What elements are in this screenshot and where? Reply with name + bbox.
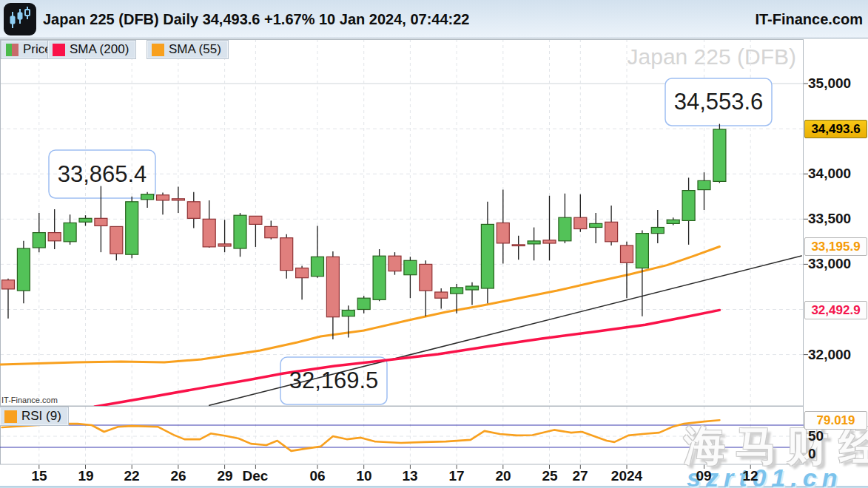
chart-window: Japan 225 (DFB) Daily 34,493.6 +1.67% 10… xyxy=(0,0,868,488)
time-axis-label: 29 xyxy=(217,468,232,484)
candle xyxy=(497,190,509,264)
time-axis-label: 10 xyxy=(356,468,371,484)
candle xyxy=(388,252,401,275)
price-label-gold: 34,493.6 xyxy=(804,120,867,138)
candle xyxy=(326,251,339,339)
candle xyxy=(698,172,710,210)
legend-sma55-label: SMA (55) xyxy=(169,42,221,57)
candle xyxy=(435,288,448,308)
sma200-swatch-icon xyxy=(53,44,65,56)
candle xyxy=(265,220,277,239)
candle xyxy=(713,124,726,183)
candle xyxy=(466,282,479,305)
rsi-value-label: 79.019 xyxy=(804,411,867,430)
candle xyxy=(528,228,540,261)
time-axis-label: Dec xyxy=(243,468,269,484)
candle xyxy=(420,260,432,316)
time-axis-label: 2024 xyxy=(611,468,642,484)
candle xyxy=(312,226,324,277)
time-axis-label: 06 xyxy=(309,468,325,484)
rsi-axis-label: 0 xyxy=(808,446,816,462)
sma55-swatch-icon xyxy=(152,44,164,56)
price-label-orange: 33,195.9 xyxy=(804,237,867,256)
candle xyxy=(651,210,664,243)
sma200-line xyxy=(95,310,719,407)
time-axis-label: 20 xyxy=(495,468,511,484)
time-axis-label: 27 xyxy=(572,468,588,484)
price-callout-text[interactable]: 32,169.5 xyxy=(280,357,387,404)
time-axis-label: 25 xyxy=(542,468,557,484)
price-axis-label: 33,500 xyxy=(808,211,851,227)
time-axis-label: 09 xyxy=(696,468,711,484)
candle xyxy=(234,213,246,257)
candle xyxy=(512,236,525,260)
candle xyxy=(667,217,679,225)
time-axis-label: 13 xyxy=(402,468,417,484)
candle xyxy=(48,209,61,249)
price-callout-text[interactable]: 33,865.4 xyxy=(49,150,155,198)
rsi-axis-label: 50 xyxy=(808,428,824,444)
price-swatch-icon xyxy=(6,44,18,56)
candle xyxy=(559,194,571,243)
price-label-red: 32,492.9 xyxy=(804,301,867,319)
time-axis-label: 17 xyxy=(448,468,464,484)
time-axis-label: 26 xyxy=(170,468,186,484)
candle xyxy=(110,226,123,260)
candle xyxy=(79,215,92,226)
candle xyxy=(172,187,184,214)
candle xyxy=(357,296,370,313)
price-axis-label: 33,000 xyxy=(808,256,851,272)
candle xyxy=(574,194,587,232)
candle xyxy=(404,257,417,298)
candle xyxy=(605,206,618,245)
price-axis-label: 34,000 xyxy=(808,166,851,182)
candle xyxy=(621,242,633,298)
legend-price-label: Price xyxy=(23,42,52,57)
candle xyxy=(373,249,386,301)
candle xyxy=(203,200,215,248)
candle xyxy=(17,241,30,303)
time-axis-label: 19 xyxy=(78,468,93,484)
price-callout-text[interactable]: 34,553.6 xyxy=(665,78,772,126)
rsi-swatch-icon xyxy=(4,410,17,423)
candle xyxy=(590,213,602,243)
candle xyxy=(543,196,556,260)
candle xyxy=(280,234,293,279)
price-axis-label: 35,000 xyxy=(808,75,851,92)
price-chart-canvas[interactable] xyxy=(0,0,868,488)
candle xyxy=(187,192,200,228)
legend-rsi-label: RSI (9) xyxy=(21,409,61,424)
candle xyxy=(682,177,695,245)
candle xyxy=(481,202,494,303)
candle xyxy=(126,197,138,258)
candle xyxy=(157,193,169,215)
legend-sma200-label: SMA (200) xyxy=(70,42,129,57)
candle xyxy=(249,216,262,247)
time-axis-label: 12 xyxy=(742,468,758,484)
legend-chip-sma200[interactable]: SMA (200) xyxy=(48,41,135,58)
time-axis-label: 22 xyxy=(124,468,139,484)
candle xyxy=(296,265,309,299)
itfinance-small-label: IT-Finance.com xyxy=(1,396,58,404)
price-axis-label: 32,000 xyxy=(808,347,851,363)
time-axis-label: 15 xyxy=(31,468,47,484)
candle xyxy=(2,279,15,319)
legend-chip-rsi[interactable]: RSI (9) xyxy=(0,407,68,425)
candle xyxy=(218,220,231,252)
legend-chip-sma55[interactable]: SMA (55) xyxy=(147,41,228,58)
